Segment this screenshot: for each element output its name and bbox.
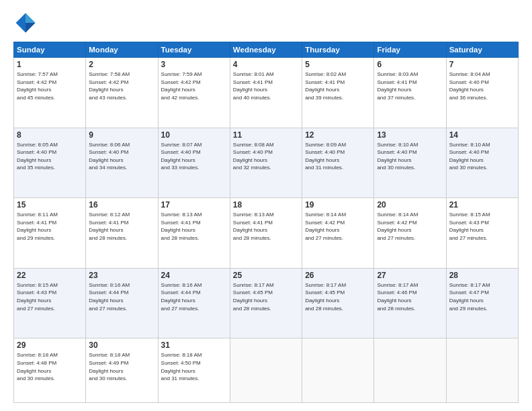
calendar-cell: 23 Sunrise: 8:16 AM Sunset: 4:44 PM Dayl… (86, 268, 158, 338)
day-number: 24 (161, 271, 227, 280)
calendar-cell: 1 Sunrise: 7:57 AM Sunset: 4:42 PM Dayli… (14, 58, 86, 128)
day-number: 11 (233, 130, 299, 140)
calendar-week-2: 8 Sunrise: 8:05 AM Sunset: 4:40 PM Dayli… (14, 128, 519, 198)
day-number: 21 (449, 200, 515, 210)
calendar-cell: 17 Sunrise: 8:13 AM Sunset: 4:41 PM Dayl… (158, 198, 230, 269)
cell-info: Sunrise: 8:13 AM Sunset: 4:41 PM Dayligh… (161, 211, 227, 242)
day-number: 19 (305, 200, 371, 210)
calendar-cell: 24 Sunrise: 8:16 AM Sunset: 4:44 PM Dayl… (158, 268, 230, 338)
cell-info: Sunrise: 8:14 AM Sunset: 4:42 PM Dayligh… (377, 211, 443, 242)
page: SundayMondayTuesdayWednesdayThursdayFrid… (0, 0, 532, 411)
cell-info: Sunrise: 8:08 AM Sunset: 4:40 PM Dayligh… (233, 141, 299, 172)
cell-info: Sunrise: 8:16 AM Sunset: 4:44 PM Dayligh… (89, 281, 154, 312)
calendar-week-3: 15 Sunrise: 8:11 AM Sunset: 4:41 PM Dayl… (14, 198, 519, 269)
calendar-cell: 19 Sunrise: 8:14 AM Sunset: 4:42 PM Dayl… (302, 198, 374, 269)
day-number: 28 (449, 271, 515, 280)
calendar-cell: 29 Sunrise: 8:18 AM Sunset: 4:48 PM Dayl… (14, 338, 86, 403)
day-number: 10 (161, 130, 227, 140)
calendar-cell: 8 Sunrise: 8:05 AM Sunset: 4:40 PM Dayli… (14, 128, 86, 198)
day-number: 29 (17, 340, 83, 350)
day-number: 4 (233, 60, 299, 69)
day-number: 2 (89, 60, 154, 69)
calendar-cell: 20 Sunrise: 8:14 AM Sunset: 4:42 PM Dayl… (374, 198, 446, 269)
calendar-cell: 14 Sunrise: 8:10 AM Sunset: 4:40 PM Dayl… (446, 128, 518, 198)
day-number: 30 (89, 340, 154, 350)
calendar-cell: 7 Sunrise: 8:04 AM Sunset: 4:40 PM Dayli… (446, 58, 518, 128)
calendar-cell: 25 Sunrise: 8:17 AM Sunset: 4:45 PM Dayl… (230, 268, 302, 338)
calendar-table: SundayMondayTuesdayWednesdayThursdayFrid… (13, 42, 519, 403)
day-number: 27 (377, 271, 443, 280)
cell-info: Sunrise: 8:07 AM Sunset: 4:40 PM Dayligh… (161, 141, 227, 172)
day-number: 15 (17, 200, 83, 210)
svg-marker-1 (26, 13, 35, 23)
cell-info: Sunrise: 8:15 AM Sunset: 4:43 PM Dayligh… (449, 211, 515, 242)
cell-info: Sunrise: 8:17 AM Sunset: 4:46 PM Dayligh… (377, 281, 443, 312)
cell-info: Sunrise: 8:17 AM Sunset: 4:47 PM Dayligh… (449, 281, 515, 312)
day-number: 1 (17, 60, 83, 69)
day-number: 16 (89, 200, 154, 210)
weekday-header-row: SundayMondayTuesdayWednesdayThursdayFrid… (14, 42, 519, 58)
day-number: 13 (377, 130, 443, 140)
cell-info: Sunrise: 8:01 AM Sunset: 4:41 PM Dayligh… (233, 71, 299, 101)
calendar-week-1: 1 Sunrise: 7:57 AM Sunset: 4:42 PM Dayli… (14, 58, 519, 128)
calendar-cell: 11 Sunrise: 8:08 AM Sunset: 4:40 PM Dayl… (230, 128, 302, 198)
day-number: 26 (305, 271, 371, 280)
weekday-header-tuesday: Tuesday (158, 42, 230, 58)
calendar-cell: 16 Sunrise: 8:12 AM Sunset: 4:41 PM Dayl… (86, 198, 158, 269)
calendar-cell: 2 Sunrise: 7:58 AM Sunset: 4:42 PM Dayli… (86, 58, 158, 128)
day-number: 14 (449, 130, 515, 140)
weekday-header-wednesday: Wednesday (230, 42, 302, 58)
cell-info: Sunrise: 8:14 AM Sunset: 4:42 PM Dayligh… (305, 211, 371, 242)
cell-info: Sunrise: 8:11 AM Sunset: 4:41 PM Dayligh… (17, 211, 83, 242)
logo-icon (13, 11, 38, 35)
logo (13, 11, 42, 35)
cell-info: Sunrise: 8:13 AM Sunset: 4:41 PM Dayligh… (233, 211, 299, 242)
cell-info: Sunrise: 8:06 AM Sunset: 4:40 PM Dayligh… (89, 141, 154, 172)
day-number: 6 (377, 60, 443, 69)
calendar-cell: 15 Sunrise: 8:11 AM Sunset: 4:41 PM Dayl… (14, 198, 86, 269)
cell-info: Sunrise: 8:18 AM Sunset: 4:49 PM Dayligh… (89, 351, 154, 382)
cell-info: Sunrise: 7:58 AM Sunset: 4:42 PM Dayligh… (89, 71, 154, 101)
cell-info: Sunrise: 8:15 AM Sunset: 4:43 PM Dayligh… (17, 281, 83, 312)
weekday-header-monday: Monday (86, 42, 158, 58)
cell-info: Sunrise: 8:04 AM Sunset: 4:40 PM Dayligh… (449, 71, 515, 101)
calendar-cell: 5 Sunrise: 8:02 AM Sunset: 4:41 PM Dayli… (302, 58, 374, 128)
weekday-header-sunday: Sunday (14, 42, 86, 58)
header (13, 11, 519, 35)
day-number: 3 (161, 60, 227, 69)
calendar-cell: 21 Sunrise: 8:15 AM Sunset: 4:43 PM Dayl… (446, 198, 518, 269)
calendar-cell: 30 Sunrise: 8:18 AM Sunset: 4:49 PM Dayl… (86, 338, 158, 403)
calendar-cell: 13 Sunrise: 8:10 AM Sunset: 4:40 PM Dayl… (374, 128, 446, 198)
cell-info: Sunrise: 7:59 AM Sunset: 4:42 PM Dayligh… (161, 71, 227, 101)
calendar-cell: 6 Sunrise: 8:03 AM Sunset: 4:41 PM Dayli… (374, 58, 446, 128)
calendar-cell: 18 Sunrise: 8:13 AM Sunset: 4:41 PM Dayl… (230, 198, 302, 269)
calendar-cell: 27 Sunrise: 8:17 AM Sunset: 4:46 PM Dayl… (374, 268, 446, 338)
cell-info: Sunrise: 8:16 AM Sunset: 4:44 PM Dayligh… (161, 281, 227, 312)
svg-marker-2 (26, 23, 35, 32)
cell-info: Sunrise: 8:09 AM Sunset: 4:40 PM Dayligh… (305, 141, 371, 172)
cell-info: Sunrise: 8:03 AM Sunset: 4:41 PM Dayligh… (377, 71, 443, 101)
day-number: 7 (449, 60, 515, 69)
day-number: 18 (233, 200, 299, 210)
cell-info: Sunrise: 7:57 AM Sunset: 4:42 PM Dayligh… (17, 71, 83, 101)
calendar-cell: 4 Sunrise: 8:01 AM Sunset: 4:41 PM Dayli… (230, 58, 302, 128)
day-number: 5 (305, 60, 371, 69)
day-number: 25 (233, 271, 299, 280)
cell-info: Sunrise: 8:10 AM Sunset: 4:40 PM Dayligh… (449, 141, 515, 172)
day-number: 20 (377, 200, 443, 210)
day-number: 8 (17, 130, 83, 140)
cell-info: Sunrise: 8:17 AM Sunset: 4:45 PM Dayligh… (305, 281, 371, 312)
cell-info: Sunrise: 8:18 AM Sunset: 4:50 PM Dayligh… (161, 351, 227, 382)
weekday-header-saturday: Saturday (446, 42, 518, 58)
calendar-week-4: 22 Sunrise: 8:15 AM Sunset: 4:43 PM Dayl… (14, 268, 519, 338)
calendar-cell: 3 Sunrise: 7:59 AM Sunset: 4:42 PM Dayli… (158, 58, 230, 128)
cell-info: Sunrise: 8:18 AM Sunset: 4:48 PM Dayligh… (17, 351, 83, 382)
calendar-cell: 10 Sunrise: 8:07 AM Sunset: 4:40 PM Dayl… (158, 128, 230, 198)
day-number: 17 (161, 200, 227, 210)
calendar-cell (446, 338, 518, 403)
cell-info: Sunrise: 8:10 AM Sunset: 4:40 PM Dayligh… (377, 141, 443, 172)
weekday-header-friday: Friday (374, 42, 446, 58)
day-number: 31 (161, 340, 227, 350)
calendar-cell (374, 338, 446, 403)
day-number: 23 (89, 271, 154, 280)
